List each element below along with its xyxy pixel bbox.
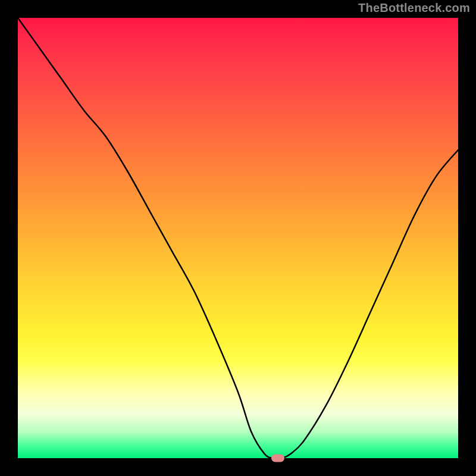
bottleneck-curve [18,18,458,458]
plot-area [18,18,458,458]
optimal-marker [271,455,284,462]
watermark-label: TheBottleneck.com [358,1,470,15]
chart-frame: TheBottleneck.com [0,0,476,476]
